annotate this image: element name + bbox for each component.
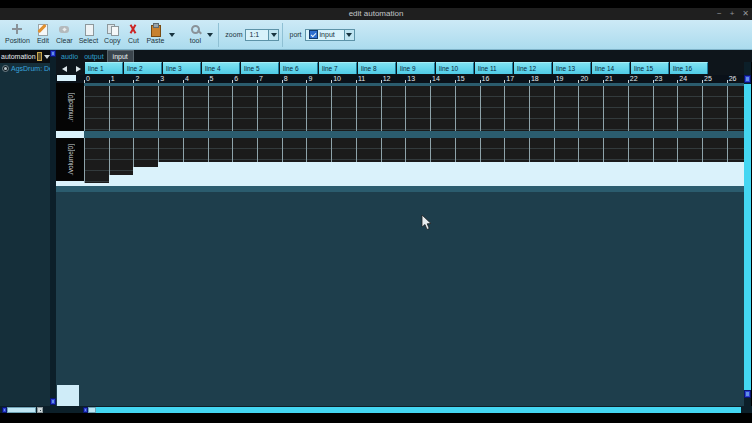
close-button[interactable]: ✕ — [742, 8, 749, 20]
automation-column — [183, 138, 208, 162]
line-header-cell: line 5 — [241, 62, 279, 74]
copy-icon — [106, 23, 119, 36]
automation-column — [677, 86, 702, 131]
automation-column — [578, 138, 603, 162]
automation-column — [653, 86, 678, 131]
editor-background[interactable] — [56, 192, 744, 407]
copy-button[interactable]: Copy — [101, 22, 123, 48]
vscroll-down-button[interactable] — [744, 390, 751, 398]
zoom-combobox[interactable]: 1:1 — [245, 29, 269, 41]
automation-column — [331, 86, 356, 131]
volume-automation-grid[interactable] — [84, 138, 744, 186]
line-header-cell: line 16 — [670, 62, 708, 74]
cut-icon — [127, 23, 140, 36]
automation-column — [208, 86, 233, 131]
edit-button[interactable]: Edit — [33, 22, 53, 48]
ruler-number: 24 — [679, 75, 687, 82]
line-header-cell: line 13 — [553, 62, 591, 74]
automation-selector[interactable]: automation — [0, 50, 50, 63]
paste-button[interactable]: Paste — [143, 22, 167, 48]
clear-button[interactable]: Clear — [53, 22, 76, 48]
tab-audio[interactable]: audio — [58, 51, 81, 62]
zoom-value: 1:1 — [249, 31, 259, 38]
ruler-number: 11 — [358, 75, 365, 82]
tool-dropdown-arrow[interactable] — [205, 25, 215, 45]
automation-label: automation — [1, 53, 36, 60]
vertical-scrollbar[interactable] — [744, 62, 751, 413]
automation-column — [109, 138, 134, 175]
automation-column — [480, 86, 505, 131]
toolbar-separator — [282, 23, 283, 47]
automation-column — [504, 138, 529, 162]
scroll-right-button[interactable] — [73, 63, 84, 74]
sidebar-hscroll-end-button[interactable] — [37, 407, 43, 413]
automation-column — [554, 138, 579, 162]
vscroll-up-button[interactable] — [744, 75, 751, 83]
arrow-left-icon — [62, 66, 67, 72]
ruler-number: 8 — [284, 75, 288, 82]
mouse-cursor — [421, 215, 433, 232]
tool-button[interactable]: tool — [185, 22, 205, 48]
automation-column — [257, 86, 282, 131]
line-header-cell: line 11 — [475, 62, 513, 74]
select-button[interactable]: Select — [76, 22, 101, 48]
line-header-cell: line 6 — [280, 62, 318, 74]
scroll-left-button[interactable] — [59, 63, 70, 74]
automation-column — [133, 138, 158, 167]
automation-column — [529, 138, 554, 162]
ruler-number: 17 — [506, 75, 514, 82]
automation-column — [381, 138, 406, 162]
port-dropdown-arrow[interactable] — [345, 29, 355, 41]
copy-button-label: Copy — [104, 37, 120, 44]
select-icon — [82, 23, 95, 36]
automation-column — [529, 86, 554, 131]
cut-button[interactable]: Cut — [123, 22, 143, 48]
automation-column — [504, 86, 529, 131]
radio-icon[interactable] — [2, 65, 9, 72]
automation-column — [554, 86, 579, 131]
main-hscroll-mini-thumb[interactable] — [88, 407, 96, 413]
tab-input[interactable]: input — [107, 50, 134, 62]
automation-column — [232, 86, 257, 131]
automation-column — [306, 86, 331, 131]
automation-column — [578, 86, 603, 131]
tab-output[interactable]: output — [81, 51, 106, 62]
paste-dropdown-arrow[interactable] — [167, 25, 177, 45]
automation-column — [702, 86, 727, 131]
corner-thumb[interactable] — [57, 385, 79, 406]
timeline-ruler: 0123456789101112131415161718192021222324… — [56, 75, 744, 83]
toolbar: PositionEditClearSelectCopyCutPastetool … — [0, 20, 752, 50]
automation-column — [455, 86, 480, 131]
position-button-label: Position — [5, 37, 30, 44]
automation-column — [331, 138, 356, 162]
automation-column — [183, 86, 208, 131]
sidebar-hscroll-thumb[interactable] — [7, 407, 36, 413]
title-bar[interactable]: edit automation − + ✕ — [0, 8, 752, 20]
vscroll-thumb[interactable] — [744, 84, 751, 390]
automation-column — [282, 86, 307, 131]
ruler-number: 6 — [234, 75, 238, 82]
line-header-cell: line 2 — [124, 62, 162, 74]
label-column-thumb[interactable] — [57, 75, 76, 81]
minimize-button[interactable]: − — [717, 8, 722, 20]
ruler-number: 5 — [210, 75, 214, 82]
automation-column — [158, 86, 183, 131]
muted-automation-grid[interactable] — [84, 86, 744, 131]
port-checkbox-icon[interactable] — [309, 30, 318, 39]
main-hscroll-thumb[interactable] — [96, 407, 741, 413]
position-icon — [11, 23, 24, 36]
line-header-cell: line 4 — [202, 62, 240, 74]
zoom-dropdown-arrow[interactable] — [269, 29, 279, 41]
automation-column — [628, 86, 653, 131]
maximize-button[interactable]: + — [730, 8, 735, 20]
port-combobox[interactable]: input — [305, 29, 345, 41]
ruler-number: 21 — [605, 75, 613, 82]
automation-column — [306, 138, 331, 162]
automation-column — [727, 138, 744, 162]
ruler-number: 25 — [704, 75, 712, 82]
automation-column — [232, 138, 257, 162]
automation-column — [282, 138, 307, 162]
toolbar-separator — [218, 23, 219, 47]
cut-button-label: Cut — [128, 37, 139, 44]
position-button[interactable]: Position — [2, 22, 33, 48]
